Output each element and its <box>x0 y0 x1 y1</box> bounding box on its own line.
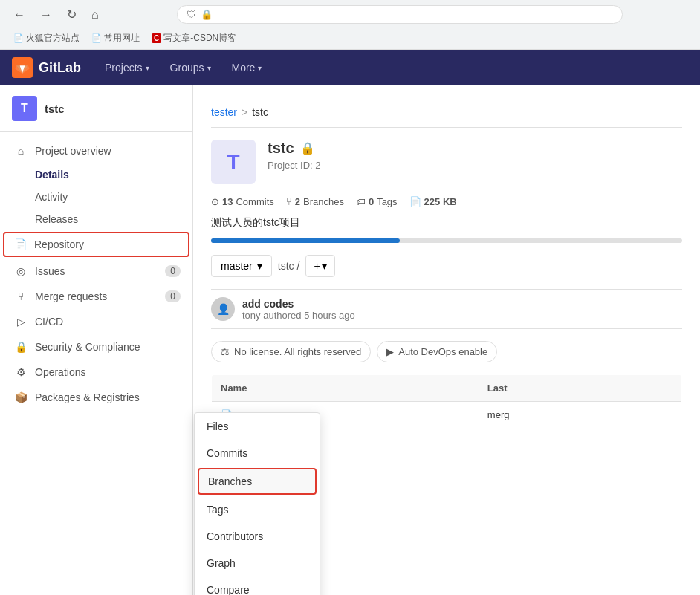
nav-more-chevron: ▾ <box>258 64 262 72</box>
nav-projects[interactable]: Projects ▾ <box>96 56 158 79</box>
sidebar-item-releases[interactable]: Releases <box>0 208 192 230</box>
issues-icon: ◎ <box>14 265 27 277</box>
bookmark-common[interactable]: 📄 常用网址 <box>87 30 144 46</box>
nav-groups[interactable]: Groups ▾ <box>161 56 220 79</box>
gitlab-nav: Projects ▾ Groups ▾ More ▾ <box>96 56 270 79</box>
address-input[interactable]: 192.168.30.3/tester/tstc <box>217 9 613 20</box>
project-avatar: T <box>12 96 37 121</box>
size-icon: 📄 <box>409 196 421 207</box>
col-name: Name <box>212 375 479 402</box>
browser-chrome: ← → ↻ ⌂ 🛡 🔒 192.168.30.3/tester/tstc 📄 火… <box>0 0 700 50</box>
tags-label: Tags <box>377 196 397 207</box>
home-button[interactable]: ⌂ <box>87 5 103 25</box>
sidebar-project-header: T tstc <box>0 85 192 132</box>
stat-commits[interactable]: ⊙ 13 Commits <box>211 196 274 207</box>
branch-selector-value: master <box>221 260 253 272</box>
project-id: Project ID: 2 <box>268 160 682 171</box>
bookmark-foxfire[interactable]: 📄 火狐官方站点 <box>9 30 84 46</box>
refresh-button[interactable]: ↻ <box>62 4 81 25</box>
branch-selector[interactable]: master ▾ <box>211 255 272 277</box>
dropdown-item-contributors[interactable]: Contributors <box>195 523 320 550</box>
add-chevron: ▾ <box>322 260 327 272</box>
bookmark-csdn[interactable]: C 写文章-CSDN博客 <box>147 30 241 46</box>
address-lock-icon: 🔒 <box>201 9 213 20</box>
sidebar-item-packages[interactable]: 📦 Packages & Registries <box>0 385 192 410</box>
breadcrumb: tester > tstc <box>211 97 682 128</box>
details-label: Details <box>35 169 69 181</box>
releases-label: Releases <box>35 213 78 225</box>
sidebar-repository-label: Repository <box>34 238 84 250</box>
activity-label: Activity <box>35 191 68 203</box>
path-name: tstc <box>278 260 294 272</box>
project-title-text: tstc <box>268 140 294 157</box>
dropdown-item-files[interactable]: Files <box>195 413 320 440</box>
csdn-icon: C <box>152 33 161 43</box>
file-last-cell: merg <box>479 402 682 429</box>
project-info: tstc 🔒 Project ID: 2 <box>268 140 682 171</box>
forward-button[interactable]: → <box>36 5 56 25</box>
commit-message[interactable]: add codes <box>242 298 355 310</box>
dropdown-item-commits[interactable]: Commits <box>195 440 320 466</box>
commit-meta: tony authored 5 hours ago <box>242 310 355 321</box>
back-button[interactable]: ← <box>9 5 30 25</box>
address-shield-icon: 🛡 <box>187 9 196 20</box>
nav-projects-label: Projects <box>105 62 143 74</box>
main-layout: T tstc ⌂ Project overview Details Activi… <box>0 85 700 595</box>
auto-devops-button[interactable]: ▶ Auto DevOps enable <box>377 341 497 362</box>
stat-branches[interactable]: ⑂ 2 Branches <box>286 196 344 207</box>
nav-more-label: More <box>232 62 256 74</box>
breadcrumb-separator: > <box>242 106 247 118</box>
dropdown-item-compare[interactable]: Compare <box>195 576 320 595</box>
dropdown-item-tags[interactable]: Tags <box>195 496 320 523</box>
content-inner: tester > tstc T tstc 🔒 Project ID: 2 <box>193 85 700 440</box>
dropdown-item-branches[interactable]: Branches <box>198 468 317 495</box>
sidebar-item-security-compliance[interactable]: 🔒 Security & Compliance <box>0 334 192 360</box>
nav-groups-chevron: ▾ <box>207 64 211 72</box>
cicd-icon: ▷ <box>14 316 27 328</box>
nav-more[interactable]: More ▾ <box>223 56 271 79</box>
branches-icon: ⑂ <box>286 196 292 207</box>
sidebar-packages-label: Packages & Registries <box>35 391 140 403</box>
gitlab-logo[interactable]: GitLab <box>12 57 81 78</box>
devops-icon: ▶ <box>386 346 394 357</box>
add-file-button[interactable]: + ▾ <box>305 255 334 277</box>
sidebar-item-issues[interactable]: ◎ Issues 0 <box>0 259 192 284</box>
project-overview-icon: ⌂ <box>14 145 27 157</box>
sidebar-cicd-label: CI/CD <box>35 316 63 328</box>
path-display: tstc / <box>278 260 300 272</box>
branch-row: master ▾ tstc / + ▾ <box>211 255 682 277</box>
path-separator: / <box>297 260 300 272</box>
sidebar-project-overview-label: Project overview <box>35 145 111 157</box>
bookmarks-bar: 📄 火狐官方站点 📄 常用网址 C 写文章-CSDN博客 <box>0 29 700 49</box>
commit-action: authored <box>263 310 304 321</box>
project-title-row: tstc 🔒 <box>268 140 682 157</box>
sidebar-item-cicd[interactable]: ▷ CI/CD <box>0 309 192 334</box>
project-stats: ⊙ 13 Commits ⑂ 2 Branches 🏷 0 Tags 📄 225… <box>211 196 682 207</box>
stat-tags[interactable]: 🏷 0 Tags <box>356 196 398 207</box>
address-bar: 🛡 🔒 192.168.30.3/tester/tstc <box>177 5 623 24</box>
devops-label: Auto DevOps enable <box>398 346 487 357</box>
sidebar-operations-label: Operations <box>35 366 85 378</box>
gitlab-brand: GitLab <box>39 60 81 76</box>
branches-count: 2 <box>295 196 300 207</box>
sidebar-issues-label: Issues <box>35 265 65 277</box>
sidebar-item-details[interactable]: Details <box>0 163 192 186</box>
repo-progress-bar <box>211 238 682 243</box>
breadcrumb-parent[interactable]: tester <box>211 106 237 118</box>
sidebar-item-activity[interactable]: Activity <box>0 186 192 208</box>
issues-badge: 0 <box>165 265 181 277</box>
commit-time: 5 hours ago <box>304 310 355 321</box>
nav-groups-label: Groups <box>170 62 204 74</box>
gitlab-logo-icon <box>12 57 33 78</box>
dropdown-item-graph[interactable]: Graph <box>195 550 320 576</box>
sidebar-item-project-overview[interactable]: ⌂ Project overview <box>0 138 192 163</box>
sidebar-project-overview-subnav: Details Activity Releases <box>0 163 192 230</box>
bookmark-foxfire-icon: 📄 <box>13 33 24 43</box>
sidebar-item-repository[interactable]: 📄 Repository <box>3 232 189 257</box>
tags-icon: 🏷 <box>356 196 366 207</box>
license-button[interactable]: ⚖ No license. All rights reserved <box>211 341 371 362</box>
sidebar-item-merge-requests[interactable]: ⑂ Merge requests 0 <box>0 284 192 309</box>
sidebar-item-operations[interactable]: ⚙ Operations <box>0 360 192 385</box>
merge-requests-icon: ⑂ <box>14 290 27 302</box>
branches-label: Branches <box>303 196 344 207</box>
